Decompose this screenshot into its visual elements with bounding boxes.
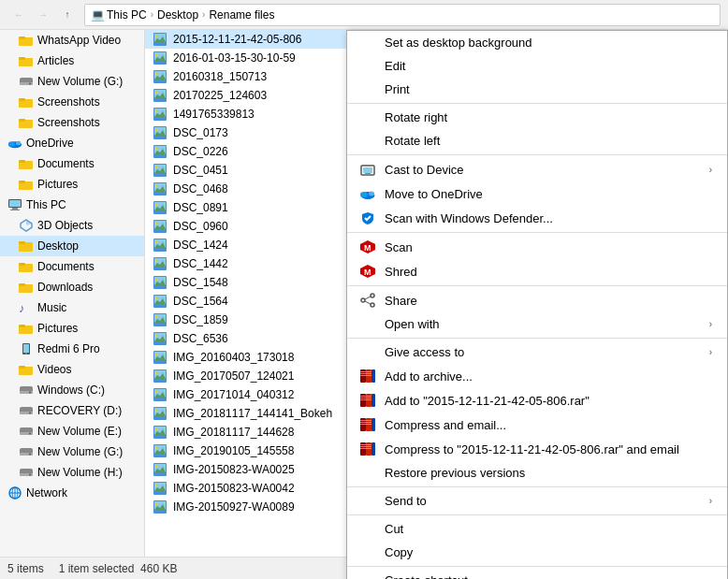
sidebar-item-new-volume-e[interactable]: New Volume (E:)	[0, 421, 144, 441]
sidebar-item-new-volume-h[interactable]: New Volume (H:)	[0, 462, 144, 483]
pictures2-label: Pictures	[37, 322, 78, 335]
svg-point-16	[8, 141, 15, 146]
sidebar-item-recovery-d[interactable]: RECOVERY (D:)	[0, 400, 144, 421]
context-menu-separator	[347, 232, 727, 233]
context-menu-item-cast-to-device[interactable]: Cast to Device›	[347, 157, 727, 181]
sidebar-item-screenshots2[interactable]: Screenshots	[0, 112, 144, 133]
file-icon	[153, 32, 167, 47]
context-menu-item-set-desktop-bg[interactable]: Set as desktop background	[347, 31, 727, 54]
file-name: DSC_0468	[173, 182, 228, 195]
context-menu-item-restore-prev[interactable]: Restore previous versions	[347, 461, 727, 485]
svg-point-163	[155, 466, 158, 469]
svg-point-60	[29, 454, 31, 456]
svg-rect-215	[360, 444, 366, 445]
sidebar-item-new-volume-g[interactable]: New Volume (G:)	[0, 71, 144, 92]
context-menu-item-compress-email[interactable]: Compress and email...	[347, 413, 727, 437]
file-icon	[153, 294, 167, 309]
cm-label-shred: Shred	[385, 265, 712, 279]
cm-label-rotate-right: Rotate right	[358, 110, 712, 124]
cm-icon-compress-email	[358, 417, 377, 432]
context-menu-item-copy[interactable]: Copy	[347, 541, 727, 564]
svg-point-139	[155, 354, 158, 356]
context-menu-item-give-access[interactable]: Give access to›	[347, 340, 727, 364]
svg-point-91	[155, 129, 158, 132]
file-name: IMG_20181117_144141_Bokeh	[173, 407, 332, 420]
file-icon	[153, 125, 167, 140]
sidebar-item-this-pc[interactable]: This PC	[0, 195, 144, 215]
svg-point-176	[360, 192, 368, 197]
context-menu-item-scan[interactable]: M Scan	[347, 235, 727, 259]
sidebar-item-articles[interactable]: Articles	[0, 51, 144, 71]
windows-c-icon	[19, 383, 34, 398]
svg-point-171	[155, 503, 158, 506]
context-menu-item-send-to[interactable]: Send to›	[347, 489, 727, 513]
file-icon	[153, 69, 167, 84]
sidebar-item-onedrive[interactable]: OneDrive	[0, 133, 144, 153]
context-menu-item-share[interactable]: Share	[347, 288, 727, 312]
context-menu-item-rotate-right[interactable]: Rotate right	[347, 106, 727, 129]
back-button[interactable]: ←	[7, 4, 30, 26]
sidebar-item-pictures2[interactable]: Pictures	[0, 318, 144, 339]
context-menu-item-move-to-onedrive[interactable]: Move to OneDrive	[347, 181, 727, 206]
context-menu-item-add-to-rar[interactable]: Add to "2015-12-11-21-42-05-806.rar"	[347, 388, 727, 413]
svg-point-95	[155, 148, 158, 151]
sidebar-item-3d-objects[interactable]: 3D Objects	[0, 215, 144, 236]
sidebar-item-new-volume-g2[interactable]: New Volume (G:)	[0, 441, 144, 462]
network-label: Network	[26, 486, 67, 499]
context-menu-separator	[347, 103, 727, 104]
sidebar-item-redmi-6-pro[interactable]: Redmi 6 Pro	[0, 339, 144, 359]
cm-label-add-to-archive: Add to archive...	[385, 369, 712, 384]
file-icon	[153, 181, 167, 196]
context-menu-item-print[interactable]: Print	[347, 78, 727, 101]
redmi-6-pro-label: Redmi 6 Pro	[37, 342, 100, 355]
sidebar-item-desktop[interactable]: Desktop	[0, 236, 144, 256]
context-menu-item-create-shortcut[interactable]: Create shortcut	[347, 569, 727, 579]
sidebar-item-documents2[interactable]: Documents	[0, 256, 144, 277]
svg-rect-189	[366, 371, 371, 372]
svg-rect-220	[366, 448, 371, 449]
forward-button[interactable]: →	[32, 4, 54, 26]
svg-rect-219	[360, 448, 366, 449]
file-name: DSC_1564	[173, 295, 228, 308]
sidebar-item-downloads[interactable]: Downloads	[0, 277, 144, 297]
windows-c-label: Windows (C:)	[37, 384, 105, 397]
address-bar[interactable]: 💻 This PC › Desktop › Rename files	[84, 4, 721, 26]
svg-rect-209	[366, 422, 371, 423]
file-icon	[153, 350, 167, 365]
cm-icon-add-to-archive	[358, 369, 377, 384]
cm-label-scan: Scan	[385, 240, 712, 254]
sidebar-item-network[interactable]: Network	[0, 483, 144, 503]
svg-point-71	[155, 36, 158, 38]
context-menu-item-compress-rar-email[interactable]: Compress to "2015-12-11-21-42-05-806.rar…	[347, 437, 727, 461]
cm-label-scan-with-defender: Scan with Windows Defender...	[385, 211, 712, 225]
context-menu-item-edit[interactable]: Edit	[347, 54, 727, 78]
context-menu-item-add-to-archive[interactable]: Add to archive...	[347, 364, 727, 388]
up-button[interactable]: ↑	[56, 4, 79, 26]
sidebar-item-whatsapp-video[interactable]: WhatsApp Video	[0, 30, 144, 51]
file-icon	[153, 499, 167, 514]
svg-rect-23	[19, 181, 25, 183]
file-icon	[153, 163, 167, 178]
context-menu-item-rotate-left[interactable]: Rotate left	[347, 129, 727, 152]
svg-point-123	[155, 279, 158, 282]
context-menu-item-cut[interactable]: Cut	[347, 517, 727, 541]
sidebar-item-music[interactable]: ♪Music	[0, 297, 144, 318]
cm-label-rotate-left: Rotate left	[358, 134, 712, 148]
svg-point-177	[369, 192, 374, 196]
sidebar-item-windows-c[interactable]: Windows (C:)	[0, 380, 144, 400]
context-menu-item-scan-with-defender[interactable]: Scan with Windows Defender...	[347, 206, 727, 230]
context-menu-item-shred[interactable]: M Shred	[347, 259, 727, 283]
music-icon: ♪	[19, 300, 34, 315]
cm-label-set-desktop-bg: Set as desktop background	[358, 36, 712, 50]
sidebar-item-documents[interactable]: Documents	[0, 153, 144, 174]
pictures-icon	[19, 177, 34, 192]
new-volume-h-icon	[19, 465, 34, 480]
sidebar-item-videos[interactable]: Videos	[0, 359, 144, 380]
sidebar-item-screenshots1[interactable]: Screenshots	[0, 92, 144, 112]
svg-point-111	[155, 223, 158, 225]
this-pc-label: This PC	[26, 198, 66, 211]
context-menu-item-open-with[interactable]: Open with›	[347, 312, 727, 336]
sidebar-item-pictures[interactable]: Pictures	[0, 174, 144, 195]
svg-point-127	[155, 297, 158, 300]
svg-rect-211	[366, 424, 371, 425]
